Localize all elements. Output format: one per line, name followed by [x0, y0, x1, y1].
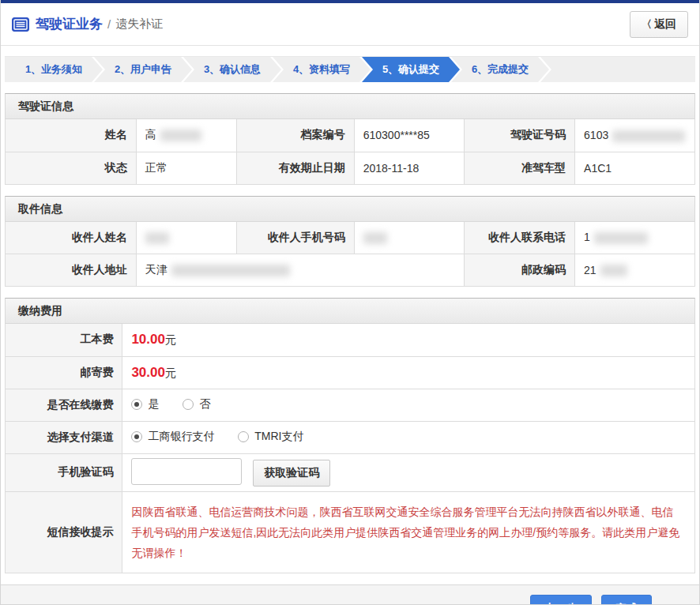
postage-fee-amount: 30.00	[131, 365, 165, 380]
wizard-steps: 1、业务须知 2、用户申告 3、确认信息 4、资料填写 5、确认提交 6、完成提…	[5, 56, 695, 82]
sms-notice-label: 短信接收提示	[6, 491, 122, 573]
production-fee-label: 工本费	[6, 324, 122, 356]
license-form-icon	[12, 17, 29, 32]
step-6-finish: 6、完成提交	[451, 57, 549, 82]
postal-code-label: 邮政编码	[465, 254, 575, 287]
postal-code-value: 21	[575, 254, 695, 287]
production-fee-value: 10.00元	[122, 324, 695, 356]
radio-label: TMRI支付	[254, 430, 303, 444]
online-payment-label: 是否在线缴费	[6, 389, 122, 421]
page-title: 驾驶证业务	[36, 15, 103, 33]
license-number-value: 6103	[575, 119, 695, 152]
finish-button[interactable]: 完成	[601, 595, 652, 605]
radio-label: 否	[199, 397, 210, 411]
radio-unchecked-icon	[238, 431, 249, 442]
license-section-title: 驾驶证信息	[5, 93, 695, 119]
step-label: 2、用户申告	[115, 62, 171, 77]
chevron-left-icon: 〈	[642, 17, 652, 32]
step-1-notice: 1、业务须知	[5, 57, 103, 82]
recipient-phone-value: 1	[575, 222, 695, 254]
expiry-date-value: 2018-11-18	[354, 152, 465, 184]
payment-channel-label: 选择支付渠道	[6, 421, 122, 453]
table-row: 短信接收提示 因陕西省联通、电信运营商技术问题，陕西省互联网交通安全综合服务管理…	[6, 491, 695, 573]
postal-code-text: 21	[584, 264, 597, 276]
sms-code-label: 手机验证码	[6, 453, 122, 491]
radio-label: 工商银行支付	[148, 430, 214, 444]
sms-code-input[interactable]	[131, 458, 242, 485]
status-label: 状态	[6, 152, 137, 184]
pickup-info-table: 收件人姓名 收件人手机号码 收件人联系电话 1 收件人地址 天津 邮政编码 21	[5, 222, 695, 287]
back-button-label: 返回	[654, 17, 676, 32]
radio-label: 是	[148, 397, 159, 411]
breadcrumb-current: 遗失补证	[115, 17, 163, 32]
postage-fee-value: 30.00元	[122, 356, 695, 389]
sms-notice-text: 因陕西省联通、电信运营商技术问题，陕西省互联网交通安全综合服务管理平台无法向持陕…	[131, 502, 683, 563]
table-row: 状态 正常 有效期止日期 2018-11-18 准驾车型 A1C1	[6, 152, 695, 184]
fees-section: 缴纳费用 工本费 10.00元 邮寄费 30.00元 是否在线缴费 是 否	[5, 298, 695, 573]
recipient-address-text: 天津	[145, 263, 167, 276]
fees-table: 工本费 10.00元 邮寄费 30.00元 是否在线缴费 是 否 选择支付渠道	[5, 324, 695, 573]
fee-unit: 元	[165, 333, 176, 346]
pickup-section-title: 取件信息	[5, 196, 695, 222]
file-number-label: 档案编号	[237, 119, 354, 152]
get-code-button[interactable]: 获取验证码	[253, 460, 330, 487]
redacted-blur	[160, 130, 201, 141]
step-label: 3、确认信息	[204, 62, 261, 77]
step-5-confirm-submit-active: 5、确认提交	[362, 57, 460, 82]
back-button[interactable]: 〈 返回	[630, 11, 688, 38]
table-row: 手机验证码 获取验证码	[6, 453, 695, 491]
status-value: 正常	[136, 152, 236, 184]
sms-notice-cell: 因陕西省联通、电信运营商技术问题，陕西省互联网交通安全综合服务管理平台无法向持陕…	[122, 491, 695, 573]
sms-code-field: 获取验证码	[122, 453, 695, 491]
step-label: 4、资料填写	[293, 62, 350, 77]
step-label: 6、完成提交	[472, 62, 529, 77]
radio-channel-icbc[interactable]: 工商银行支付	[131, 430, 214, 444]
vehicle-class-value: A1C1	[575, 152, 695, 184]
fee-unit: 元	[165, 366, 176, 379]
radio-unchecked-icon	[183, 399, 194, 410]
recipient-phone-label: 收件人联系电话	[465, 222, 575, 254]
step-2-declaration: 2、用户申告	[94, 57, 192, 82]
radio-online-yes[interactable]: 是	[131, 397, 159, 411]
radio-online-no[interactable]: 否	[183, 397, 210, 411]
name-value: 高	[136, 119, 236, 152]
page: 驾驶证业务 / 遗失补证 〈 返回 1、业务须知 2、用户申告 3、确认信息 4…	[0, 0, 700, 605]
recipient-address-value: 天津	[136, 254, 465, 287]
recipient-mobile-value	[354, 222, 465, 254]
redacted-blur	[594, 232, 648, 244]
main-content: 驾驶证信息 姓名 高 档案编号 610300****85 驾驶证号码 6103 …	[1, 82, 699, 584]
table-row: 收件人地址 天津 邮政编码 21	[6, 254, 695, 287]
radio-channel-tmri[interactable]: TMRI支付	[238, 430, 303, 444]
payment-channel-options: 工商银行支付 TMRI支付	[122, 421, 695, 453]
recipient-address-label: 收件人地址	[6, 254, 137, 287]
redacted-blur	[612, 130, 685, 142]
radio-checked-icon	[131, 431, 142, 442]
recipient-name-value	[136, 222, 236, 254]
postage-fee-label: 邮寄费	[6, 356, 122, 389]
license-number-label: 驾驶证号码	[465, 119, 575, 152]
table-row: 选择支付渠道 工商银行支付 TMRI支付	[6, 421, 695, 453]
redacted-blur	[145, 232, 169, 244]
step-3-confirm-info: 3、确认信息	[183, 57, 281, 82]
file-number-value: 610300****85	[354, 119, 465, 152]
recipient-phone-text: 1	[584, 231, 590, 243]
redacted-blur	[171, 265, 290, 276]
table-row: 姓名 高 档案编号 610300****85 驾驶证号码 6103	[6, 119, 695, 152]
online-payment-options: 是 否	[122, 389, 695, 421]
license-info-section: 驾驶证信息 姓名 高 档案编号 610300****85 驾驶证号码 6103 …	[5, 93, 695, 185]
step-label: 5、确认提交	[382, 62, 439, 77]
table-row: 是否在线缴费 是 否	[6, 389, 695, 421]
expiry-date-label: 有效期止日期	[237, 152, 354, 184]
production-fee-amount: 10.00	[131, 332, 165, 347]
vehicle-class-label: 准驾车型	[465, 152, 575, 184]
table-row: 工本费 10.00元	[6, 324, 695, 356]
step-4-fill-data: 4、资料填写	[273, 57, 371, 82]
footer-action-bar: 上一步 完成	[1, 584, 699, 605]
previous-step-button[interactable]: 上一步	[530, 595, 592, 605]
radio-checked-icon	[131, 399, 142, 410]
recipient-name-label: 收件人姓名	[6, 222, 137, 254]
step-bar-filler	[540, 57, 695, 82]
license-info-table: 姓名 高 档案编号 610300****85 驾驶证号码 6103 状态 正常 …	[5, 119, 695, 185]
pickup-info-section: 取件信息 收件人姓名 收件人手机号码 收件人联系电话 1 收件人地址 天津 邮政…	[5, 196, 695, 287]
header: 驾驶证业务 / 遗失补证 〈 返回	[1, 3, 699, 46]
